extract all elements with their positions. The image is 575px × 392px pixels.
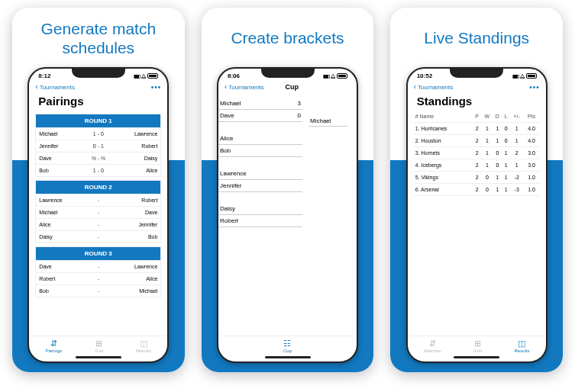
- bracket-match[interactable]: AliceBob: [218, 133, 357, 157]
- score: -: [79, 288, 118, 294]
- chevron-left-icon: ‹: [35, 83, 37, 91]
- notch: [450, 69, 503, 78]
- phone-mockup-standings: 10:52 ‹ Tournaments ••• Standings # Name…: [406, 67, 548, 363]
- status-indicators: [134, 72, 158, 79]
- table-row[interactable]: 2. Houston211014.0: [414, 135, 540, 147]
- pairing-row[interactable]: Michael-Dave: [35, 207, 161, 219]
- battery-icon: [147, 73, 158, 79]
- standings-table: # NamePWDL+/-Pts1. Hurricanes211014.02. …: [414, 111, 540, 196]
- bracket-content[interactable]: Michael3Dave0AliceBobLawrenceJenniferDai…: [218, 93, 357, 336]
- cell: 3. Hornets: [414, 147, 473, 159]
- bracket-player-row: Alice: [218, 133, 302, 145]
- player-right: Alice: [118, 168, 158, 173]
- table-row[interactable]: 5. Vikings2011-21.0: [414, 172, 540, 184]
- player-right: Robert: [118, 143, 158, 149]
- back-label: Tournaments: [228, 84, 263, 91]
- pairing-row[interactable]: Robert-Alice: [35, 273, 161, 285]
- pairing-row[interactable]: Bob-Michael: [35, 285, 161, 297]
- more-button[interactable]: •••: [151, 83, 162, 92]
- cell: 0: [481, 184, 493, 196]
- cell: 1: [481, 123, 493, 135]
- tab-cup[interactable]: ☷Cup: [283, 339, 292, 353]
- signal-icon: [323, 72, 329, 79]
- phone-mockup-brackets: 8:06 ‹ Tournaments Cup Michael3Dave0Alic…: [217, 67, 358, 363]
- cell: 0: [502, 123, 510, 135]
- player-left: Dave: [39, 156, 79, 161]
- tab-icon: ⊞: [474, 339, 481, 348]
- player-left: Lawrence: [39, 198, 79, 203]
- cell: 0: [493, 159, 502, 172]
- standings-content[interactable]: # NamePWDL+/-Pts1. Hurricanes211014.02. …: [408, 111, 546, 336]
- column-header: +/-: [510, 111, 524, 123]
- column-header: L: [502, 111, 510, 123]
- round-header: ROUND 2: [35, 180, 161, 194]
- table-row[interactable]: 4. Icebergs210113.0: [414, 159, 540, 172]
- player-right: Alice: [118, 276, 158, 281]
- caption: Create brackets: [231, 18, 344, 58]
- tab-grid[interactable]: ⊞Grid: [95, 339, 103, 353]
- wifi-icon: [331, 72, 335, 79]
- player-left: Bob: [39, 168, 79, 173]
- score: 1 - 0: [79, 168, 118, 173]
- caption: Generate match schedules: [21, 18, 176, 58]
- tab-grid[interactable]: ⊞Grid: [473, 339, 482, 353]
- pairing-row[interactable]: Daisy-Bob: [35, 231, 161, 243]
- bracket-player-row: Daisy: [218, 203, 302, 215]
- player-left: Bob: [39, 288, 79, 294]
- table-row[interactable]: 3. Hornets210123.0: [414, 147, 540, 159]
- player-left: Michael: [39, 210, 79, 215]
- column-header: D: [493, 111, 502, 123]
- pairing-row[interactable]: Alice-Jennifer: [35, 219, 161, 231]
- cell: 1: [481, 159, 493, 172]
- cell: 2: [510, 147, 524, 159]
- cell: -3: [510, 184, 524, 196]
- table-row[interactable]: 1. Hurricanes211014.0: [414, 123, 540, 135]
- bracket-match[interactable]: LawrenceJennifer: [218, 168, 357, 192]
- tab-results[interactable]: ◫Results: [136, 339, 151, 353]
- pairing-row[interactable]: Dave½ - ½Daisy: [35, 153, 161, 165]
- panel-brackets: Create brackets 8:06 ‹ Tournaments Cup M: [202, 8, 374, 372]
- status-indicators: [323, 72, 347, 79]
- status-time: 8:12: [38, 72, 50, 79]
- wifi-icon: [520, 72, 525, 79]
- nav-bar: ‹ Tournaments •••: [408, 81, 546, 93]
- more-button[interactable]: •••: [529, 83, 540, 92]
- player-right: Michael: [118, 288, 158, 294]
- pairing-row[interactable]: Lawrence-Robert: [35, 194, 161, 207]
- pairing-row[interactable]: Bob1 - 0Alice: [35, 165, 161, 177]
- chevron-left-icon: ‹: [225, 83, 227, 91]
- pairing-row[interactable]: Michael1 - 0Lawrence: [35, 128, 161, 140]
- nav-bar: ‹ Tournaments Cup: [218, 81, 357, 93]
- back-button[interactable]: ‹ Tournaments: [414, 83, 454, 91]
- player-name: Lawrence: [220, 170, 247, 177]
- back-button[interactable]: ‹ Tournaments: [35, 83, 75, 91]
- player-right: Bob: [118, 234, 158, 239]
- table-row[interactable]: 6. Arsenal2011-31.0: [414, 184, 540, 196]
- column-header: # Name: [414, 111, 473, 123]
- bracket-winner[interactable]: Michael: [308, 116, 348, 127]
- score: 1 - 0: [79, 131, 118, 137]
- signal-icon: [134, 72, 140, 79]
- tab-label: Results: [136, 349, 151, 353]
- tab-results[interactable]: ◫Results: [514, 339, 529, 353]
- cell: 2: [473, 123, 482, 135]
- back-button[interactable]: ‹ Tournaments: [225, 83, 264, 91]
- cell: 1: [502, 159, 510, 172]
- tab-label: Matches: [424, 349, 441, 353]
- bracket-match[interactable]: DaisyRobert: [218, 203, 357, 227]
- pairing-row[interactable]: Jennifer0 - 1Robert: [35, 140, 161, 153]
- bracket-player-row: Bob: [218, 145, 302, 157]
- cell: 2: [473, 135, 482, 147]
- pairings-content[interactable]: ROUND 1Michael1 - 0LawrenceJennifer0 - 1…: [29, 111, 167, 336]
- tab-pairings[interactable]: ⇵Pairings: [46, 339, 63, 353]
- pairing-row[interactable]: Dave-Lawrence: [35, 261, 161, 273]
- cell: 2: [473, 172, 482, 184]
- tab-matches[interactable]: ⇵Matches: [424, 339, 441, 353]
- player-name: Michael: [220, 100, 241, 107]
- cell: 4. Icebergs: [414, 159, 473, 172]
- back-label: Tournaments: [418, 84, 453, 91]
- cell: 4.0: [524, 135, 540, 147]
- battery-icon: [337, 73, 347, 79]
- player-right: Daisy: [118, 156, 158, 161]
- player-right: Lawrence: [118, 131, 158, 137]
